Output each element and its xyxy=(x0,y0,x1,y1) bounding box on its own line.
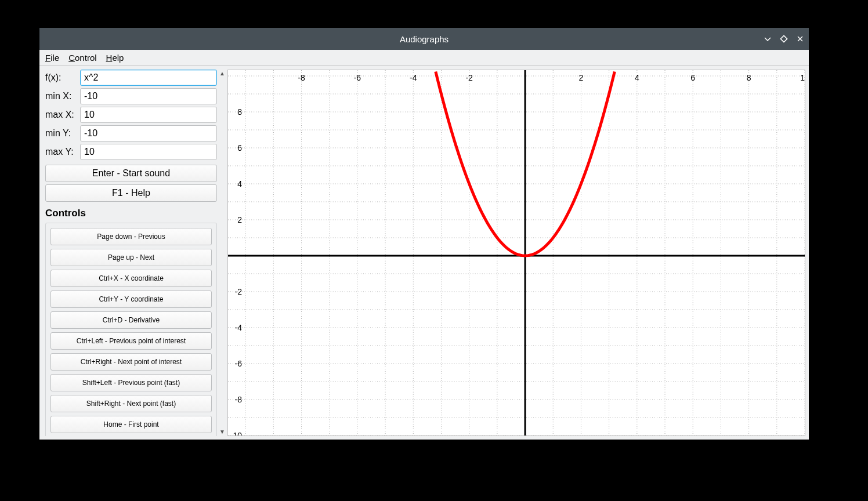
maximize-icon[interactable] xyxy=(780,35,788,43)
label-miny: min Y: xyxy=(45,128,80,139)
label-fx: f(x): xyxy=(45,72,80,83)
input-maxy[interactable] xyxy=(80,144,217,160)
plot-area: -8-6-4-2246810-10-8-6-4-22468 xyxy=(227,66,809,440)
window-controls xyxy=(764,28,804,50)
svg-text:-10: -10 xyxy=(230,431,243,436)
ctrl-d-derivative[interactable]: Ctrl+D - Derivative xyxy=(50,311,212,329)
menu-control[interactable]: Control xyxy=(68,53,96,63)
controls-header: Controls xyxy=(45,208,217,219)
ctrl-left-prev-poi[interactable]: Ctrl+Left - Previous point of interest xyxy=(50,332,212,350)
ctrl-shift-right-next-fast[interactable]: Shift+Right - Next point (fast) xyxy=(50,395,212,412)
field-maxy: max Y: xyxy=(45,144,217,160)
svg-text:2: 2 xyxy=(579,73,584,82)
ctrl-x-coordinate[interactable]: Ctrl+X - X coordinate xyxy=(50,270,212,287)
app-window: Audiographs File Control Help f(x): xyxy=(39,28,809,440)
ctrl-right-next-poi[interactable]: Ctrl+Right - Next point of interest xyxy=(50,353,212,371)
function-plot: -8-6-4-2246810-10-8-6-4-22468 xyxy=(227,70,805,436)
menu-help[interactable]: Help xyxy=(106,53,124,63)
enter-start-sound-button[interactable]: Enter - Start sound xyxy=(45,165,217,182)
svg-text:-6: -6 xyxy=(235,359,243,368)
window-title: Audiographs xyxy=(400,34,449,44)
close-icon[interactable] xyxy=(796,35,804,43)
svg-text:-2: -2 xyxy=(465,73,473,82)
label-maxy: max Y: xyxy=(45,147,80,157)
scroll-down-icon[interactable]: ▼ xyxy=(219,429,225,435)
input-maxx[interactable] xyxy=(80,107,217,123)
minimize-icon[interactable] xyxy=(764,35,772,43)
svg-text:8: 8 xyxy=(237,107,242,117)
svg-text:6: 6 xyxy=(690,73,695,82)
controls-box: Page down - Previous Page up - Next Ctrl… xyxy=(45,223,217,436)
svg-text:-4: -4 xyxy=(235,323,243,332)
svg-text:-6: -6 xyxy=(354,73,361,82)
field-maxx: max X: xyxy=(45,107,217,123)
ctrl-page-down-previous[interactable]: Page down - Previous xyxy=(50,228,212,245)
input-miny[interactable] xyxy=(80,125,217,141)
field-miny: min Y: xyxy=(45,125,217,141)
svg-text:-2: -2 xyxy=(235,287,243,296)
ctrl-shift-left-prev-fast[interactable]: Shift+Left - Previous point (fast) xyxy=(50,374,212,391)
sidebar-wrap: f(x): min X: max X: min Y: max Y: xyxy=(39,66,227,440)
svg-text:8: 8 xyxy=(747,73,751,82)
svg-text:-4: -4 xyxy=(410,73,417,82)
label-minx: min X: xyxy=(45,91,80,101)
scroll-up-icon[interactable]: ▲ xyxy=(219,71,225,77)
sidebar-scrollbar[interactable]: ▲ ▼ xyxy=(218,70,226,436)
menubar: File Control Help xyxy=(39,50,809,66)
svg-text:-8: -8 xyxy=(235,395,243,404)
titlebar: Audiographs xyxy=(39,28,809,50)
svg-text:4: 4 xyxy=(635,73,639,82)
label-maxx: max X: xyxy=(45,110,80,120)
svg-text:10: 10 xyxy=(800,73,805,82)
svg-rect-0 xyxy=(780,35,787,42)
input-fx[interactable] xyxy=(80,70,217,86)
ctrl-page-up-next[interactable]: Page up - Next xyxy=(50,249,212,266)
svg-text:6: 6 xyxy=(237,143,242,153)
ctrl-y-coordinate[interactable]: Ctrl+Y - Y coordinate xyxy=(50,291,212,308)
menu-file[interactable]: File xyxy=(45,53,59,63)
svg-text:4: 4 xyxy=(237,179,242,188)
f1-help-button[interactable]: F1 - Help xyxy=(45,184,217,202)
ctrl-home-first-point[interactable]: Home - First point xyxy=(50,416,212,433)
sidebar: f(x): min X: max X: min Y: max Y: xyxy=(45,70,218,436)
input-minx[interactable] xyxy=(80,88,217,104)
field-fx: f(x): xyxy=(45,70,217,86)
svg-text:2: 2 xyxy=(237,215,242,224)
field-minx: min X: xyxy=(45,88,217,104)
content: f(x): min X: max X: min Y: max Y: xyxy=(39,66,809,440)
svg-text:-8: -8 xyxy=(298,73,305,82)
